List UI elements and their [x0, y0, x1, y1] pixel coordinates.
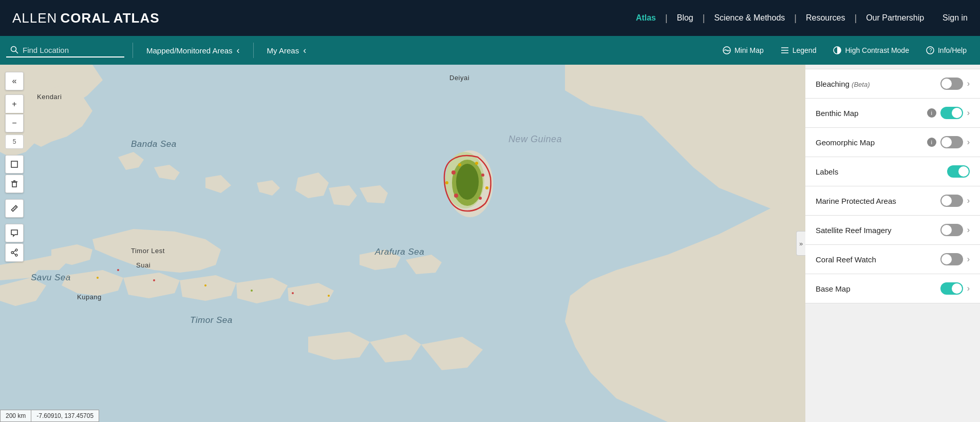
- svg-point-24: [97, 277, 99, 279]
- zoom-out-icon: −: [12, 119, 16, 128]
- find-location-wrap[interactable]: [6, 44, 124, 57]
- toggle-geomorphic[interactable]: [940, 136, 963, 148]
- toggle-track-coral-reef: [940, 253, 963, 265]
- layer-name-coral-reef: Coral Reef Watch: [816, 255, 936, 264]
- legend-button[interactable]: Legend: [773, 43, 824, 58]
- panel-collapse-button[interactable]: »: [796, 231, 805, 256]
- panel-collapse-icon: »: [799, 240, 803, 247]
- svg-rect-30: [11, 161, 17, 167]
- toggle-knob-basemap: [952, 283, 962, 294]
- share-button[interactable]: [5, 243, 24, 262]
- nav-link-atlas[interactable]: Atlas: [627, 13, 665, 23]
- svg-point-16: [481, 174, 484, 177]
- toggle-switch-geomorphic[interactable]: [940, 136, 963, 148]
- collapse-panel-button[interactable]: «: [5, 72, 24, 90]
- layer-name-geomorphic: Geomorphic Map: [816, 138, 923, 147]
- nav-links: Atlas | Blog | Science & Methods | Resou…: [627, 13, 968, 24]
- high-contrast-label: High Contrast Mode: [845, 46, 909, 54]
- mini-map-button[interactable]: Mini Map: [715, 43, 771, 58]
- svg-line-36: [15, 207, 16, 208]
- toolbar-separator-2: [253, 43, 254, 58]
- logo[interactable]: ALLEN CORAL ATLAS: [12, 10, 160, 26]
- info-help-icon: ?: [926, 46, 935, 55]
- high-contrast-button[interactable]: High Contrast Mode: [825, 43, 916, 58]
- toggle-track-satellite: [940, 224, 963, 236]
- svg-point-17: [454, 194, 458, 198]
- layer-row-satellite: Satellite Reef Imagery ›: [805, 216, 980, 245]
- measure-button[interactable]: [5, 199, 24, 218]
- info-geomorphic-button[interactable]: i: [927, 138, 936, 147]
- layer-row-benthic: Benthic Map i ›: [805, 99, 980, 128]
- toggle-benthic[interactable]: [940, 107, 963, 119]
- nav-link-partnership[interactable]: Our Partnership: [857, 13, 933, 23]
- toggle-switch-basemap[interactable]: [940, 282, 963, 295]
- toggle-bleaching[interactable]: [940, 78, 963, 90]
- zoom-out-button[interactable]: −: [5, 114, 24, 132]
- layers-list: Bleaching (Beta) › Benthic Map i: [805, 65, 980, 303]
- nav-link-resources[interactable]: Resources: [797, 13, 854, 23]
- layer-expand-satellite[interactable]: ›: [967, 225, 970, 235]
- nav-link-science[interactable]: Science & Methods: [705, 13, 794, 23]
- toggle-switch-labels[interactable]: [947, 165, 970, 178]
- toggle-switch-coral-reef[interactable]: [940, 253, 963, 265]
- layer-name-benthic: Benthic Map: [816, 109, 923, 118]
- map-container[interactable]: Kendari Deiyai Banda Sea Timor Lest Suai…: [0, 65, 980, 422]
- draw-rectangle-icon: [10, 160, 18, 168]
- toggle-track-basemap: [940, 282, 963, 295]
- toggle-mpa[interactable]: [940, 195, 963, 207]
- mapped-areas-button[interactable]: Mapped/Monitored Areas ‹: [141, 42, 245, 59]
- info-help-button[interactable]: ? Info/Help: [918, 43, 974, 58]
- layer-expand-mpa[interactable]: ›: [967, 196, 970, 205]
- layer-expand-coral-reef[interactable]: ›: [967, 255, 970, 264]
- svg-point-22: [445, 181, 448, 184]
- svg-point-37: [15, 249, 17, 251]
- mapped-areas-chevron-icon: ‹: [237, 45, 240, 56]
- signin-button[interactable]: Sign in: [933, 13, 968, 23]
- layer-row-mpa: Marine Protected Areas ›: [805, 186, 980, 216]
- toggle-track-geomorphic: [940, 136, 963, 148]
- toggle-satellite[interactable]: [940, 224, 963, 236]
- toolbar-right: Mini Map Legend High Contrast Mode ? Inf…: [715, 43, 974, 58]
- find-location-input[interactable]: [23, 46, 110, 54]
- high-contrast-icon: [833, 46, 842, 55]
- my-areas-button[interactable]: My Areas ‹: [262, 42, 312, 59]
- toggle-coral-reef[interactable]: [940, 253, 963, 265]
- layer-expand-basemap[interactable]: ›: [967, 284, 970, 293]
- toggle-knob-labels: [958, 166, 969, 177]
- svg-point-26: [204, 284, 206, 286]
- draw-rectangle-button[interactable]: [5, 155, 24, 174]
- zoom-in-button[interactable]: +: [5, 94, 24, 113]
- svg-point-27: [251, 290, 253, 292]
- toggle-track-benthic: [940, 107, 963, 119]
- share-icon: [10, 248, 18, 257]
- my-areas-chevron-icon: ‹: [303, 45, 306, 56]
- layer-expand-geomorphic[interactable]: ›: [967, 138, 970, 147]
- top-navigation: ALLEN CORAL ATLAS Atlas | Blog | Science…: [0, 0, 980, 36]
- svg-point-28: [292, 292, 294, 294]
- coordinates-display: -7.60910, 137.45705: [31, 410, 99, 422]
- logo-atlas: ATLAS: [114, 10, 160, 26]
- toggle-knob-benthic: [952, 108, 962, 118]
- toggle-basemap[interactable]: [940, 282, 963, 295]
- toggle-switch-satellite[interactable]: [940, 224, 963, 236]
- svg-line-35: [13, 208, 14, 209]
- toggle-labels[interactable]: [947, 165, 970, 178]
- delete-button[interactable]: [5, 175, 24, 193]
- toggle-switch-benthic[interactable]: [940, 107, 963, 119]
- toggle-switch-bleaching[interactable]: [940, 78, 963, 90]
- toggle-knob-coral-reef: [941, 254, 952, 264]
- layer-row-labels: Labels: [805, 157, 980, 186]
- info-benthic-button[interactable]: i: [927, 108, 936, 118]
- layer-name-mpa: Marine Protected Areas: [816, 197, 936, 205]
- svg-point-29: [328, 295, 330, 297]
- layer-expand-benthic[interactable]: ›: [967, 108, 970, 118]
- toggle-switch-mpa[interactable]: [940, 195, 963, 207]
- layer-row-coral-reef: Coral Reef Watch ›: [805, 245, 980, 274]
- toolbar: Mapped/Monitored Areas ‹ My Areas ‹ Mini…: [0, 36, 980, 65]
- comment-button[interactable]: [5, 224, 24, 242]
- nav-link-blog[interactable]: Blog: [668, 13, 703, 23]
- toggle-knob-geomorphic: [941, 137, 952, 147]
- layer-expand-bleaching[interactable]: ›: [967, 79, 970, 88]
- svg-rect-31: [12, 182, 16, 187]
- mini-map-icon: [722, 46, 731, 55]
